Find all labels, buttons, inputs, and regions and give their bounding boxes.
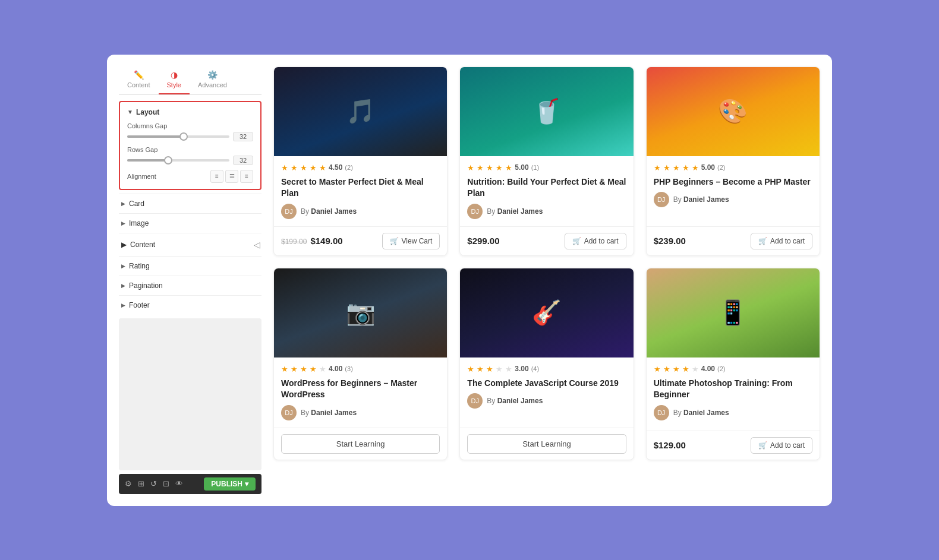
view-cart-button[interactable]: 🛒 View Cart bbox=[382, 233, 440, 249]
author-row: DJ By Daniel James bbox=[281, 204, 440, 219]
card-arrow-icon: ▶ bbox=[121, 201, 125, 207]
rating-count: (4) bbox=[531, 365, 539, 372]
stars-row: ★★★★★ 4.00 (2) bbox=[654, 365, 812, 374]
star-filled: ★ bbox=[300, 163, 307, 172]
author-row: DJ By Daniel James bbox=[281, 405, 440, 420]
price-row: $299.00 bbox=[467, 236, 499, 246]
accordion-content-label: Content bbox=[130, 241, 155, 249]
layout-label: Layout bbox=[136, 108, 159, 116]
add-to-cart-button[interactable]: 🛒 Add to cart bbox=[751, 437, 812, 454]
card-image: 📷 bbox=[274, 268, 447, 357]
old-price: $199.00 bbox=[281, 238, 307, 246]
card-image: 🥤 bbox=[460, 67, 633, 156]
accordion-pagination-label: Pagination bbox=[129, 281, 163, 290]
history-toolbar-icon[interactable]: ↺ bbox=[150, 479, 157, 488]
accordion-image[interactable]: ▶ Image bbox=[119, 213, 261, 233]
align-center-btn[interactable]: ☰ bbox=[225, 170, 238, 183]
stars-row: ★★★★★ 4.00 (3) bbox=[281, 365, 440, 374]
layout-title: ▼ Layout bbox=[127, 108, 253, 116]
rating-count: (1) bbox=[531, 164, 539, 171]
tab-advanced[interactable]: ⚙️ Advanced bbox=[190, 67, 235, 94]
publish-button[interactable]: PUBLISH ▾ bbox=[204, 477, 256, 491]
course-card: 🎨 ★★★★★ 5.00 (2) PHP Beginners – Become … bbox=[646, 67, 820, 256]
author-name: Daniel James bbox=[683, 195, 729, 204]
avatar: DJ bbox=[654, 192, 669, 207]
add-to-cart-button[interactable]: 🛒 Add to cart bbox=[751, 233, 812, 249]
align-buttons: ≡ ☰ ≡ bbox=[210, 170, 253, 183]
star-empty: ★ bbox=[496, 365, 503, 374]
star-filled: ★ bbox=[505, 163, 512, 172]
star-filled: ★ bbox=[673, 163, 680, 172]
preview-toolbar-icon[interactable]: 👁 bbox=[175, 479, 183, 488]
author-label: By Daniel James bbox=[673, 409, 729, 417]
cart-icon: 🛒 bbox=[572, 237, 581, 245]
accordion-content[interactable]: ▶ Content ◁ bbox=[119, 233, 261, 256]
responsive-toolbar-icon[interactable]: ⊡ bbox=[163, 479, 169, 488]
add-to-cart-button[interactable]: 🛒 Add to cart bbox=[565, 233, 626, 249]
course-title: WordPress for Beginners – Master WordPre… bbox=[281, 378, 440, 401]
course-card: 📱 ★★★★★ 4.00 (2) Ultimate Photoshop Trai… bbox=[646, 268, 820, 460]
author-label: By Daniel James bbox=[673, 195, 729, 204]
align-left-btn[interactable]: ≡ bbox=[210, 170, 223, 183]
start-learning-label: Start Learning bbox=[522, 439, 571, 448]
avatar: DJ bbox=[281, 405, 297, 420]
card-footer: $199.00 $149.00 🛒 View Cart bbox=[274, 226, 447, 255]
card-footer: Start Learning bbox=[460, 428, 633, 460]
card-footer: Start Learning bbox=[274, 428, 447, 460]
tab-content-label: Content bbox=[127, 81, 150, 88]
card-footer: $239.00 🛒 Add to cart bbox=[647, 226, 820, 255]
rating-count: (2) bbox=[345, 164, 352, 171]
publish-label: PUBLISH bbox=[211, 480, 242, 488]
add-to-cart-label: Add to cart bbox=[584, 237, 619, 245]
accordion-footer[interactable]: ▶ Footer bbox=[119, 295, 261, 315]
accordion-footer-label: Footer bbox=[129, 301, 150, 309]
columns-gap-section: Columns Gap 32 bbox=[127, 122, 253, 141]
layers-toolbar-icon[interactable]: ⊞ bbox=[138, 479, 144, 488]
start-learning-button[interactable]: Start Learning bbox=[281, 434, 440, 454]
accordion-rating[interactable]: ▶ Rating bbox=[119, 256, 261, 276]
accordion-card[interactable]: ▶ Card bbox=[119, 194, 261, 213]
cart-icon: 🛒 bbox=[390, 237, 399, 245]
avatar: DJ bbox=[281, 204, 297, 219]
content-accordion-left: ▶ Content bbox=[121, 241, 155, 249]
course-title: PHP Beginners – Become a PHP Master bbox=[654, 176, 812, 188]
start-learning-button[interactable]: Start Learning bbox=[467, 434, 626, 454]
course-title: Nutrition: Build Your Perfect Diet & Mea… bbox=[467, 176, 626, 200]
left-panel: ✏️ Content ◑ Style ⚙️ Advanced ▼ Layout … bbox=[119, 67, 261, 494]
rating-score: 4.00 bbox=[329, 365, 342, 373]
card-body: ★★★★★ 5.00 (2) PHP Beginners – Become a … bbox=[647, 156, 820, 226]
star-filled: ★ bbox=[300, 365, 307, 374]
view-cart-label: View Cart bbox=[402, 237, 433, 245]
accordion-pagination[interactable]: ▶ Pagination bbox=[119, 276, 261, 295]
image-arrow-icon: ▶ bbox=[121, 220, 125, 226]
advanced-icon: ⚙️ bbox=[207, 70, 218, 80]
price-row: $199.00 $149.00 bbox=[281, 236, 343, 246]
star-filled: ★ bbox=[281, 163, 288, 172]
settings-toolbar-icon[interactable]: ⚙ bbox=[125, 479, 132, 488]
rating-arrow-icon: ▶ bbox=[121, 263, 125, 269]
star-filled: ★ bbox=[682, 163, 689, 172]
rows-gap-thumb[interactable] bbox=[164, 156, 172, 164]
star-filled: ★ bbox=[310, 163, 317, 172]
tabs-row: ✏️ Content ◑ Style ⚙️ Advanced bbox=[119, 67, 261, 95]
rating-score: 5.00 bbox=[515, 163, 528, 172]
bottom-toolbar: ⚙ ⊞ ↺ ⊡ 👁 PUBLISH ▾ bbox=[119, 474, 261, 494]
rows-gap-section: Rows Gap 32 bbox=[127, 146, 253, 165]
rows-gap-track[interactable] bbox=[127, 159, 229, 162]
tab-style[interactable]: ◑ Style bbox=[159, 67, 190, 94]
course-grid: 🎵 ★★★★★ 4.50 (2) Secret to Master Perfec… bbox=[273, 67, 820, 494]
rating-score: 4.50 bbox=[329, 163, 342, 172]
star-half: ★ bbox=[319, 163, 326, 172]
avatar: DJ bbox=[467, 393, 483, 409]
columns-gap-value: 32 bbox=[233, 132, 253, 141]
star-filled: ★ bbox=[477, 163, 484, 172]
tab-content[interactable]: ✏️ Content bbox=[119, 67, 159, 94]
star-filled: ★ bbox=[477, 365, 484, 374]
rating-count: (2) bbox=[717, 164, 725, 171]
columns-gap-thumb[interactable] bbox=[179, 132, 188, 141]
columns-gap-track[interactable] bbox=[127, 135, 229, 138]
collapse-icon[interactable]: ◁ bbox=[253, 239, 261, 251]
price-row: $239.00 bbox=[654, 236, 686, 246]
align-right-btn[interactable]: ≡ bbox=[240, 170, 253, 183]
content-icon: ✏️ bbox=[134, 70, 144, 80]
